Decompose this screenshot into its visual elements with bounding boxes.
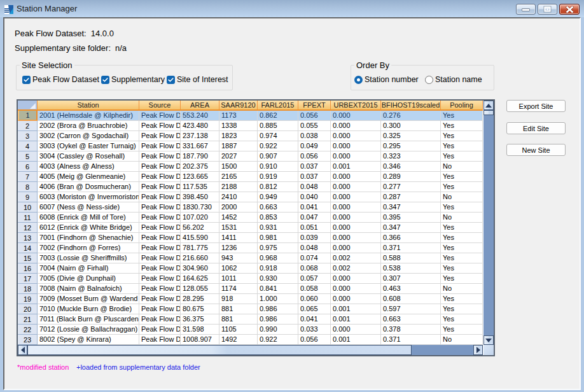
vertical-scrollbar[interactable]: [483, 101, 494, 345]
cell-urbext[interactable]: 0.000: [331, 121, 381, 131]
cell-bfihost[interactable]: 0.663: [381, 314, 441, 325]
table-row-9[interactable]: 96003 (Moriston @ Invermoriston)Peak Flo…: [18, 192, 483, 202]
cell-pooling[interactable]: Yes: [441, 274, 483, 284]
cell-fpext[interactable]: 0.060: [298, 294, 331, 304]
cell-source[interactable]: Peak Flow Dataset: [139, 294, 181, 304]
table-row-6[interactable]: 64003 (Alness @ Alness)Peak Flow Dataset…: [18, 162, 483, 172]
cell-source[interactable]: Peak Flow Dataset: [139, 151, 181, 162]
cell-saar[interactable]: 881: [219, 314, 258, 325]
cell-area[interactable]: 107.020: [181, 213, 219, 223]
cell-fpext[interactable]: 0.037: [298, 172, 331, 182]
cell-farl[interactable]: 0.663: [258, 202, 298, 213]
cell-fpext[interactable]: 0.055: [298, 121, 331, 131]
scroll-up-button[interactable]: [483, 101, 494, 110]
checkbox-peak-flow-dataset-box[interactable]: [22, 76, 31, 84]
row-number-cell[interactable]: 21: [18, 314, 38, 325]
cell-area[interactable]: 1008.907: [181, 335, 219, 345]
cell-farl[interactable]: 0.975: [258, 243, 298, 253]
cell-pooling[interactable]: Yes: [441, 121, 483, 131]
cell-area[interactable]: 423.480: [181, 121, 219, 131]
cell-saar[interactable]: 1887: [219, 141, 258, 151]
scroll-down-button[interactable]: [483, 335, 494, 345]
cell-bfihost[interactable]: 0.347: [381, 202, 441, 213]
cell-saar[interactable]: 2027: [219, 151, 258, 162]
cell-area[interactable]: 128.055: [181, 284, 219, 294]
cell-area[interactable]: 187.790: [181, 151, 219, 162]
row-number-cell[interactable]: 4: [18, 141, 38, 151]
cell-area[interactable]: 237.138: [181, 131, 219, 141]
cell-station[interactable]: 6007 (Ness @ Ness-side): [38, 202, 139, 213]
cell-farl[interactable]: 0.922: [258, 141, 298, 151]
cell-pooling[interactable]: Yes: [441, 243, 483, 253]
cell-pooling[interactable]: Yes: [441, 325, 483, 335]
edit-site-button[interactable]: Edit Site: [506, 122, 566, 134]
cell-bfihost[interactable]: 0.307: [381, 274, 441, 284]
row-number-cell[interactable]: 23: [18, 335, 38, 345]
horizontal-scroll-thumb[interactable]: [27, 345, 412, 355]
cell-pooling[interactable]: Yes: [441, 182, 483, 192]
header-cell-source[interactable]: Source: [139, 101, 181, 109]
cell-station[interactable]: 7009 (Mosset Burn @ Wardend Bridge): [38, 294, 139, 304]
cell-source[interactable]: Peak Flow Dataset: [139, 263, 181, 274]
cell-area[interactable]: 304.960: [181, 263, 219, 274]
cell-bfihost[interactable]: 0.395: [381, 213, 441, 223]
cell-farl[interactable]: 0.968: [258, 253, 298, 263]
cell-fpext[interactable]: 0.041: [298, 202, 331, 213]
cell-fpext[interactable]: 0.056: [298, 151, 331, 162]
cell-urbext[interactable]: 0.000: [331, 151, 381, 162]
cell-farl[interactable]: 0.986: [258, 304, 298, 314]
cell-farl[interactable]: 0.918: [258, 263, 298, 274]
cell-bfihost[interactable]: 0.287: [381, 192, 441, 202]
header-cell-area[interactable]: AREA: [181, 101, 219, 109]
cell-urbext[interactable]: 0.001: [331, 304, 381, 314]
cell-source[interactable]: Peak Flow Dataset: [139, 192, 181, 202]
cell-station[interactable]: 6012 (Enrick @ White Bridge): [38, 223, 139, 233]
cell-station[interactable]: 2002 (Brora @ Bruachrobie): [38, 121, 139, 131]
table-row-11[interactable]: 116008 (Enrick @ Mill of Tore)Peak Flow …: [18, 213, 483, 223]
cell-fpext[interactable]: 0.058: [298, 284, 331, 294]
table-row-18[interactable]: 187008 (Nairn @ Balnafoich)Peak Flow Dat…: [18, 284, 483, 294]
cell-urbext[interactable]: 0.001: [331, 314, 381, 325]
close-button[interactable]: [559, 4, 580, 15]
cell-farl[interactable]: 0.853: [258, 213, 298, 223]
cell-source[interactable]: Peak Flow Dataset: [139, 182, 181, 192]
cell-station[interactable]: 7003 (Lossie @ Sheriffmills): [38, 253, 139, 263]
row-number-cell[interactable]: 2: [18, 121, 38, 131]
cell-pooling[interactable]: Yes: [441, 304, 483, 314]
cell-farl[interactable]: 0.812: [258, 182, 298, 192]
cell-bfihost[interactable]: 0.463: [381, 284, 441, 294]
row-number-cell[interactable]: 9: [18, 192, 38, 202]
minimize-button[interactable]: [516, 4, 536, 15]
cell-fpext[interactable]: 0.048: [298, 243, 331, 253]
cell-fpext[interactable]: 0.033: [298, 325, 331, 335]
cell-urbext[interactable]: 0.000: [331, 192, 381, 202]
cell-station[interactable]: 3002 (Carron @ Sgodachail): [38, 131, 139, 141]
cell-pooling[interactable]: Yes: [441, 111, 483, 121]
cell-urbext[interactable]: 0.000: [331, 182, 381, 192]
cell-source[interactable]: Peak Flow Dataset: [139, 335, 181, 345]
header-cell-corner[interactable]: [18, 101, 38, 109]
cell-saar[interactable]: 881: [219, 304, 258, 314]
cell-source[interactable]: Peak Flow Dataset: [139, 223, 181, 233]
header-cell-urbext[interactable]: URBEXT2015: [331, 101, 381, 109]
cell-pooling[interactable]: Yes: [441, 172, 483, 182]
cell-saar[interactable]: 1492: [219, 335, 258, 345]
cell-pooling[interactable]: Yes: [441, 233, 483, 243]
checkbox-peak-flow-dataset[interactable]: Peak Flow Dataset: [22, 75, 99, 84]
cell-urbext[interactable]: 0.000: [331, 294, 381, 304]
cell-fpext[interactable]: 0.037: [298, 162, 331, 172]
row-number-cell[interactable]: 18: [18, 284, 38, 294]
cell-urbext[interactable]: 0.001: [331, 335, 381, 345]
cell-saar[interactable]: 2410: [219, 192, 258, 202]
radio-station-number[interactable]: Station number: [354, 75, 419, 84]
cell-pooling[interactable]: Yes: [441, 253, 483, 263]
export-site-button[interactable]: Export Site: [506, 100, 566, 112]
cell-pooling[interactable]: Yes: [441, 141, 483, 151]
checkbox-supplementary-box[interactable]: [101, 76, 109, 84]
cell-area[interactable]: 28.295: [181, 294, 219, 304]
cell-fpext[interactable]: 0.051: [298, 223, 331, 233]
table-row-12[interactable]: 126012 (Enrick @ White Bridge)Peak Flow …: [18, 223, 483, 233]
cell-pooling[interactable]: No: [441, 335, 483, 345]
table-row-3[interactable]: 33002 (Carron @ Sgodachail)Peak Flow Dat…: [18, 131, 483, 141]
cell-urbext[interactable]: 0.000: [331, 233, 381, 243]
